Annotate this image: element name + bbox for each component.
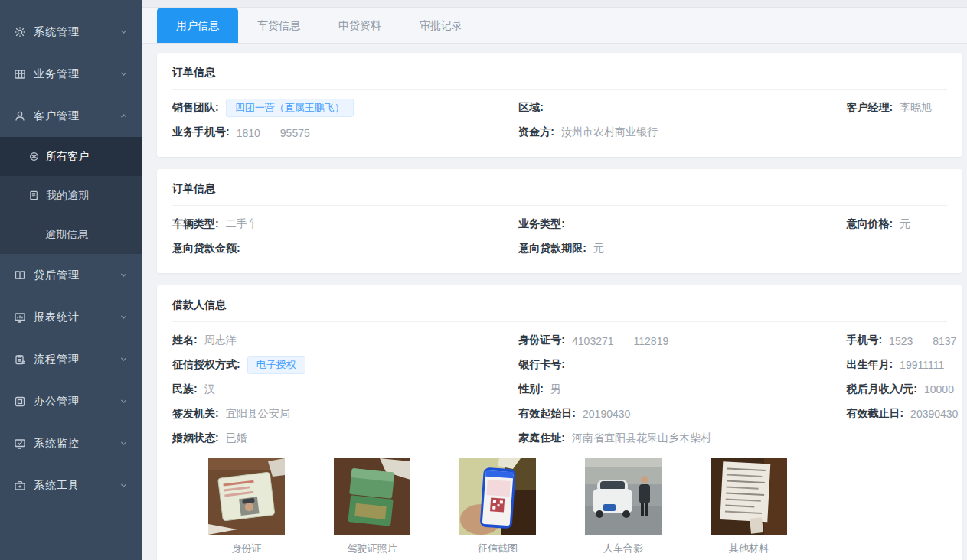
home-address-label: 家庭住址: (518, 431, 565, 445)
phone-value: 15238137 (889, 334, 956, 347)
chevron-down-icon (119, 481, 128, 490)
id-card-photo[interactable] (208, 458, 285, 535)
user-icon (14, 110, 26, 122)
customer-management-submenu: 所有客户 我的逾期 逾期信息 (0, 137, 142, 254)
chevron-down-icon (119, 28, 128, 36)
square-in-square-icon (14, 396, 26, 408)
marital-status-value: 已婚 (226, 431, 247, 445)
intent-price-label: 意向价格: (846, 217, 893, 231)
credit-auth-label: 征信授权方式: (172, 358, 240, 372)
photo-item: 其他材料 (711, 458, 787, 555)
loan-intent-card: 订单信息 车辆类型: 二手车 业务类型: 意向价格: 元 (157, 169, 962, 273)
sidebar-item-overdue-info[interactable]: 逾期信息 (0, 215, 142, 254)
credit-auth-tag: 电子授权 (247, 356, 305, 374)
sidebar-item-label: 逾期信息 (45, 228, 88, 242)
sidebar-item-post-loan-management[interactable]: 贷后管理 (0, 254, 142, 296)
sidebar-item-all-customers[interactable]: 所有客户 (0, 137, 142, 176)
sidebar-item-label: 业务管理 (34, 67, 80, 81)
photo-item: 征信截图 (459, 458, 536, 555)
sidebar-item-report-statistics[interactable]: 报表统计 (0, 296, 142, 338)
sidebar-item-customer-management[interactable]: 客户管理 (0, 95, 142, 137)
valid-from-value: 20190430 (583, 408, 630, 420)
book-icon (14, 269, 26, 282)
borrower-info-card: 借款人信息 姓名: 周志洋 身份证号: 4103271112819 手机号: 1… (157, 285, 962, 560)
sidebar-item-process-management[interactable]: 流程管理 (0, 338, 142, 380)
gender-value: 男 (550, 383, 561, 396)
sales-team-label: 销售团队: (172, 101, 219, 115)
sidebar-item-system-monitor[interactable]: 系统监控 (0, 422, 142, 464)
monitor-chart-icon (14, 311, 26, 324)
person-car-photo[interactable] (585, 458, 662, 535)
funder-value: 汝州市农村商业银行 (561, 125, 658, 139)
chevron-down-icon (119, 70, 128, 78)
sidebar-item-label: 流程管理 (34, 353, 80, 366)
home-address-value: 河南省宜阳县花果山乡木柴村 (572, 431, 711, 445)
photo-caption: 征信截图 (459, 542, 536, 555)
notebook-icon (28, 190, 40, 201)
photo-item: 人车合影 (585, 458, 662, 555)
valid-from-label: 有效起始日: (518, 407, 576, 421)
green-booklet-photo[interactable] (334, 458, 410, 535)
top-strip (142, 0, 967, 8)
detail-tabs: 用户信息 车贷信息 申贷资料 审批记录 (142, 8, 967, 44)
ethnicity-value: 汉 (204, 383, 215, 396)
clipboard-icon (14, 353, 26, 366)
id-number-value: 4103271112819 (572, 334, 668, 347)
clients-icon (28, 151, 40, 162)
sidebar-item-label: 客户管理 (34, 109, 80, 123)
phone-label: 手机号: (846, 334, 882, 347)
valid-to-label: 有效截止日: (846, 407, 903, 421)
content-area: 订单信息 销售团队: 四团一营（直属王鹏飞） 区域: 客户经理: 李晓旭 (142, 44, 967, 560)
section-title: 订单信息 (172, 66, 947, 90)
tab-car-loan-info[interactable]: 车贷信息 (238, 8, 319, 43)
gender-label: 性别: (518, 383, 544, 396)
name-label: 姓名: (172, 334, 198, 347)
issuing-authority-label: 签发机关: (172, 407, 219, 421)
sidebar-item-label: 所有客户 (46, 150, 89, 164)
chevron-down-icon (119, 271, 128, 279)
document-photos: 身份证 驾驶证照片 (208, 458, 947, 555)
censored-digits (614, 334, 634, 345)
loan-term-value: 元 (593, 242, 604, 256)
name-value: 周志洋 (204, 334, 237, 347)
paper-document-photo[interactable] (711, 458, 787, 535)
sidebar-item-business-management[interactable]: 业务管理 (0, 53, 142, 95)
order-info-card: 订单信息 销售团队: 四团一营（直属王鹏飞） 区域: 客户经理: 李晓旭 (157, 53, 962, 157)
sales-team-tag: 四团一营（直属王鹏飞） (226, 99, 354, 117)
tab-user-info[interactable]: 用户信息 (157, 8, 238, 43)
income-value: 10000 (924, 383, 954, 396)
sidebar-item-label: 我的逾期 (46, 189, 89, 203)
id-number-label: 身份证号: (518, 334, 565, 347)
chevron-up-icon (119, 112, 128, 120)
valid-to-value: 20390430 (910, 408, 958, 420)
sidebar-item-label: 办公管理 (34, 395, 80, 409)
customer-manager-label: 客户经理: (846, 101, 893, 115)
chevron-down-icon (119, 397, 128, 405)
issuing-authority-value: 宜阳县公安局 (226, 407, 290, 421)
loan-amount-label: 意向贷款金额: (172, 242, 240, 256)
region-label: 区域: (518, 101, 544, 115)
censored-digits (913, 334, 933, 345)
tab-loan-application-docs[interactable]: 申贷资料 (319, 8, 400, 43)
sidebar-item-my-overdue[interactable]: 我的逾期 (0, 176, 142, 215)
app-window: 系统管理 业务管理 客户管理 所有客户 (0, 0, 967, 560)
phone-qr-photo[interactable] (459, 458, 536, 535)
sidebar-item-system-management[interactable]: 系统管理 (0, 11, 142, 53)
photo-item: 身份证 (208, 458, 285, 555)
tab-approval-records[interactable]: 审批记录 (400, 8, 482, 43)
sidebar-item-system-tools[interactable]: 系统工具 (0, 464, 142, 506)
loan-term-label: 意向贷款期限: (518, 242, 586, 256)
sidebar-item-label: 贷后管理 (34, 269, 80, 282)
sidebar-item-label: 系统监控 (34, 437, 80, 451)
vehicle-type-label: 车辆类型: (172, 217, 219, 231)
customer-manager-value: 李晓旭 (900, 101, 932, 115)
business-type-label: 业务类型: (518, 217, 565, 231)
birth-date-value: 19911111 (900, 359, 944, 371)
sidebar-item-office-management[interactable]: 办公管理 (0, 380, 142, 422)
section-title: 订单信息 (172, 182, 947, 206)
sidebar-item-label: 报表统计 (34, 311, 80, 324)
chevron-down-icon (119, 439, 128, 448)
sidebar-item-label: 系统管理 (34, 25, 80, 39)
bank-card-label: 银行卡号: (518, 358, 565, 372)
business-phone-label: 业务手机号: (172, 125, 230, 139)
